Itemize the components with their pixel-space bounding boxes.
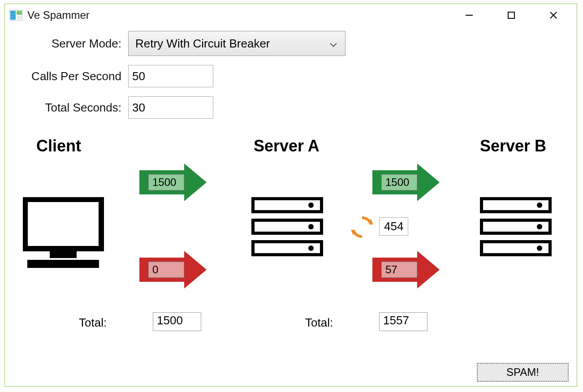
client-success-value: 1500 [148,174,184,190]
svg-rect-5 [508,12,514,18]
servera-fail-arrow: 57 [372,251,440,289]
svg-rect-8 [25,199,101,249]
total-seconds-input[interactable] [128,96,213,119]
calls-per-second-input[interactable] [128,65,213,87]
minimize-button[interactable] [464,10,475,21]
app-window: Ve Spammer Server Mode: Retry With Circu… [4,4,577,387]
total-seconds-label: Total Seconds: [18,101,128,115]
client-heading: Client [36,137,81,155]
client-fail-value: 0 [148,262,184,278]
diagram-area: Client Server A Server B 1500 [5,128,577,388]
svg-rect-1 [10,11,16,20]
maximize-button[interactable] [506,10,517,21]
app-icon [9,10,23,21]
client-fail-arrow: 0 [139,251,207,289]
spam-button[interactable]: SPAM! [477,363,569,382]
servera-success-arrow: 1500 [372,164,440,201]
chevron-down-icon [330,37,337,51]
svg-rect-3 [17,16,22,20]
servera-total-value: 1557 [379,312,428,331]
svg-rect-2 [17,11,22,15]
calls-per-second-label: Calls Per Second [18,69,128,83]
svg-rect-10 [27,260,99,268]
client-icon [23,197,108,275]
titlebar: Ve Spammer [5,4,577,26]
servera-success-value: 1500 [381,174,417,190]
retry-value: 454 [379,217,408,236]
server-mode-dropdown[interactable]: Retry With Circuit Breaker [128,31,345,56]
form-area: Server Mode: Retry With Circuit Breaker … [5,26,577,119]
servera-fail-value: 57 [381,262,417,278]
close-button[interactable] [548,10,559,21]
server-b-heading: Server B [480,137,546,155]
window-controls [464,10,559,21]
svg-rect-9 [50,251,77,258]
app-title: Ve Spammer [27,9,90,22]
server-a-icon [251,197,323,262]
client-success-arrow: 1500 [139,164,207,201]
retry-icon [350,215,374,241]
server-b-icon [480,197,552,262]
server-a-heading: Server A [254,137,320,155]
server-mode-label: Server Mode: [18,37,128,51]
server-mode-value: Retry With Circuit Breaker [135,37,270,51]
client-total-label: Total: [79,316,107,330]
client-total-value: 1500 [153,312,201,331]
spam-button-label: SPAM! [506,366,539,379]
servera-total-label: Total: [305,316,333,330]
